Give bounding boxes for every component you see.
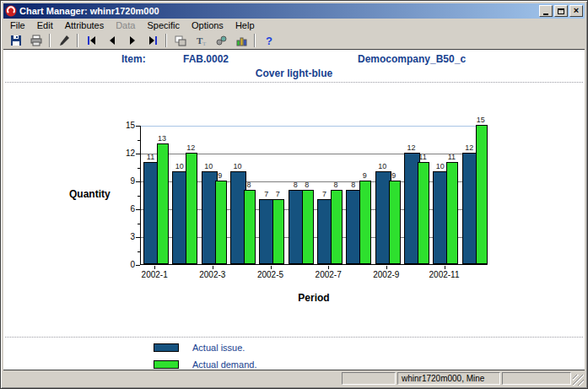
legend-label: Actual demand. — [192, 359, 256, 370]
legend-swatch — [154, 343, 179, 352]
minimize-icon — [543, 14, 548, 15]
status-panel-3 — [502, 372, 571, 385]
toolbar-separator — [49, 34, 51, 47]
menu-file[interactable]: File — [4, 19, 31, 31]
minimize-button[interactable] — [539, 5, 553, 17]
x-tick-label: 2002-3 — [192, 270, 234, 279]
bar-value-label: 9 — [212, 171, 229, 180]
x-tick — [271, 266, 272, 269]
y-tick-label: 0 — [116, 260, 135, 269]
bar-value-label: 9 — [386, 171, 402, 180]
print-button[interactable] — [26, 33, 46, 49]
bar-value-label: 12 — [182, 143, 199, 152]
x-tick-label: 2002-7 — [307, 270, 349, 279]
x-tick — [386, 266, 387, 269]
y-tick-label: 3 — [116, 232, 135, 241]
bar-demand-2002-9[interactable] — [389, 181, 401, 264]
previous-record-button[interactable] — [102, 33, 121, 49]
y-tick-label: 12 — [116, 149, 135, 158]
y-major-tick — [136, 237, 140, 238]
item-label: Item: — [121, 53, 146, 65]
overlapping-windows-icon — [174, 34, 187, 47]
y-minor-tick — [138, 168, 140, 169]
bar-value-label: 10 — [200, 162, 217, 170]
y-major-tick — [136, 265, 140, 266]
bar-value-label: 10 — [229, 162, 246, 170]
menu-specific[interactable]: Specific — [141, 19, 186, 31]
y-minor-tick — [138, 224, 140, 224]
menu-attributes[interactable]: Attributes — [59, 19, 110, 31]
y-minor-tick — [138, 140, 140, 141]
y-minor-tick — [138, 196, 140, 197]
maximize-icon — [558, 8, 564, 14]
text-icon: T T — [194, 34, 208, 47]
x-tick — [328, 266, 329, 269]
toolbar: T T ? — [3, 32, 585, 49]
title-bar[interactable]: Chart Manager: whinr1720m000 × — [3, 3, 585, 19]
legend-item: Actual demand. — [154, 359, 256, 370]
resize-grip[interactable] — [573, 375, 584, 386]
item-value: FAB.0002 — [183, 53, 229, 65]
first-record-button[interactable] — [82, 33, 101, 49]
first-record-icon — [85, 34, 99, 47]
edit-button[interactable] — [54, 33, 73, 49]
y-major-tick — [136, 154, 140, 154]
save-button[interactable] — [6, 33, 25, 49]
bar-demand-2002-12[interactable] — [476, 125, 488, 264]
last-record-button[interactable] — [143, 33, 162, 49]
help-button[interactable]: ? — [259, 33, 278, 49]
y-tick-label: 6 — [116, 204, 135, 213]
close-button[interactable]: × — [569, 5, 583, 17]
chart-manager-window: Chart Manager: whinr1720m000 × FileEditA… — [0, 0, 588, 389]
question-mark-icon: ? — [262, 34, 276, 47]
x-tick-label: 2002-5 — [250, 270, 292, 279]
window-layout-button[interactable] — [170, 33, 190, 49]
menu-edit[interactable]: Edit — [31, 19, 59, 31]
bar-value-label: 9 — [356, 171, 373, 180]
menu-help[interactable]: Help — [229, 19, 261, 31]
bar-value-label: 10 — [374, 162, 391, 170]
bar-demand-2002-11[interactable] — [446, 162, 458, 264]
x-tick-label: 2002-1 — [133, 270, 175, 279]
header-separator — [5, 82, 583, 83]
bar-value-label: 11 — [414, 153, 431, 161]
bar-attributes-button[interactable] — [231, 33, 251, 49]
maximize-button[interactable] — [554, 5, 568, 17]
bar-value-label: 13 — [154, 134, 170, 143]
y-axis-title: Quantity — [69, 188, 111, 200]
x-tick-label: 2002-11 — [423, 270, 466, 279]
y-minor-tick — [138, 251, 140, 252]
bar-chart-icon — [235, 34, 248, 47]
legend-label: Actual issue. — [192, 343, 245, 353]
arrow-right-icon — [126, 34, 139, 47]
x-tick — [445, 266, 445, 269]
chart-canvas: Item: FAB.0002 Democompany_B50_c Cover l… — [3, 49, 585, 370]
bar-demand-2002-2[interactable] — [186, 153, 197, 264]
gridline-15 — [141, 126, 487, 127]
toolbar-separator — [254, 34, 256, 47]
menu-options[interactable]: Options — [186, 19, 229, 31]
next-record-button[interactable] — [122, 33, 142, 49]
bar-demand-2002-3[interactable] — [215, 181, 227, 264]
point-attributes-button[interactable] — [211, 33, 230, 49]
bar-demand-2002-1[interactable] — [157, 143, 169, 264]
bar-value-label: 8 — [240, 181, 257, 189]
bar-demand-2002-10[interactable] — [418, 162, 429, 264]
bar-demand-2002-4[interactable] — [244, 190, 256, 264]
last-record-icon — [146, 34, 159, 47]
text-attributes-button[interactable]: T T — [191, 33, 210, 49]
bar-value-label: 11 — [443, 153, 460, 161]
bar-demand-2002-8[interactable] — [359, 181, 371, 264]
svg-text:?: ? — [266, 35, 272, 47]
bar-value-label: 12 — [403, 143, 420, 152]
bar-demand-2002-5[interactable] — [272, 199, 284, 264]
bar-demand-2002-7[interactable] — [331, 190, 343, 264]
bar-value-label: 8 — [327, 181, 344, 189]
pencil-icon — [57, 34, 71, 47]
x-tick — [154, 266, 155, 269]
printer-icon — [30, 34, 43, 47]
menu-bar: FileEditAttributesDataSpecificOptionsHel… — [3, 19, 585, 32]
bar-demand-2002-6[interactable] — [302, 190, 314, 264]
arrow-left-icon — [105, 34, 119, 47]
status-bar: whinr1720m000, Mine — [3, 370, 585, 386]
